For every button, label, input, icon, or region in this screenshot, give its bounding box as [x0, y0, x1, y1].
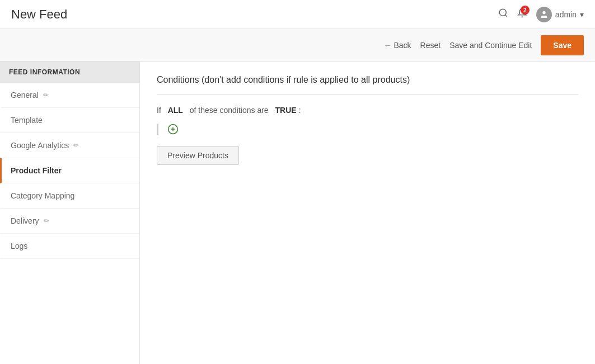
preview-products-button[interactable]: Preview Products	[157, 146, 239, 165]
divider	[157, 94, 578, 94]
save-button[interactable]: Save	[541, 35, 584, 55]
sidebar-section-title: FEED INFORMATION	[0, 62, 139, 83]
back-button[interactable]: ← Back	[384, 41, 411, 50]
conditions-colon: :	[299, 106, 301, 115]
conditions-tree	[157, 124, 578, 135]
conditions-keyword-true: TRUE	[275, 106, 297, 115]
sidebar-item-label: Product Filter	[11, 166, 62, 175]
top-header: New Feed 2 admin ▾	[0, 0, 595, 29]
save-continue-button[interactable]: Save and Continue Edit	[449, 41, 532, 50]
conditions-text-if: If	[157, 106, 161, 115]
conditions-text-of: of these conditions are	[190, 106, 269, 115]
content-area: FEED INFORMATION General ✏ Template Goog…	[0, 62, 595, 364]
reset-button[interactable]: Reset	[420, 41, 441, 50]
section-heading: Conditions (don't add conditions if rule…	[157, 75, 578, 85]
page-title: New Feed	[11, 7, 67, 22]
sidebar: FEED INFORMATION General ✏ Template Goog…	[0, 62, 140, 364]
header-actions: 2 admin ▾	[498, 7, 584, 22]
admin-user[interactable]: admin ▾	[536, 7, 584, 22]
sidebar-item-label: Google Analytics	[11, 141, 69, 150]
admin-dropdown-icon: ▾	[580, 10, 584, 19]
sidebar-item-label: Delivery	[11, 216, 39, 225]
svg-line-1	[505, 15, 507, 16]
sidebar-item-product-filter[interactable]: Product Filter	[0, 158, 139, 183]
svg-point-0	[499, 9, 506, 16]
add-condition-button[interactable]	[167, 124, 179, 135]
pencil-icon: ✏	[73, 141, 79, 149]
avatar	[536, 7, 552, 22]
sidebar-item-google-analytics[interactable]: Google Analytics ✏	[0, 133, 139, 158]
sidebar-item-label: Category Mapping	[11, 191, 74, 200]
sidebar-item-category-mapping[interactable]: Category Mapping	[0, 183, 139, 209]
sidebar-item-logs[interactable]: Logs	[0, 234, 139, 259]
toolbar: ← Back Reset Save and Continue Edit Save	[0, 29, 595, 62]
notification-button[interactable]: 2	[517, 8, 527, 21]
svg-point-2	[542, 11, 545, 14]
admin-label: admin	[555, 10, 577, 19]
sidebar-item-label: Template	[11, 116, 43, 125]
conditions-info: If ALL of these conditions are TRUE :	[157, 106, 578, 115]
search-button[interactable]	[498, 8, 508, 21]
pencil-icon: ✏	[44, 217, 49, 225]
sidebar-item-label: General	[11, 91, 39, 100]
pencil-icon: ✏	[43, 91, 49, 99]
notification-badge: 2	[521, 6, 530, 15]
sidebar-item-delivery[interactable]: Delivery ✏	[0, 209, 139, 234]
sidebar-item-template[interactable]: Template	[0, 108, 139, 133]
sidebar-item-label: Logs	[11, 242, 27, 250]
conditions-keyword-all: ALL	[168, 106, 183, 115]
sidebar-item-general[interactable]: General ✏	[0, 83, 139, 108]
main-content: Conditions (don't add conditions if rule…	[140, 62, 595, 364]
